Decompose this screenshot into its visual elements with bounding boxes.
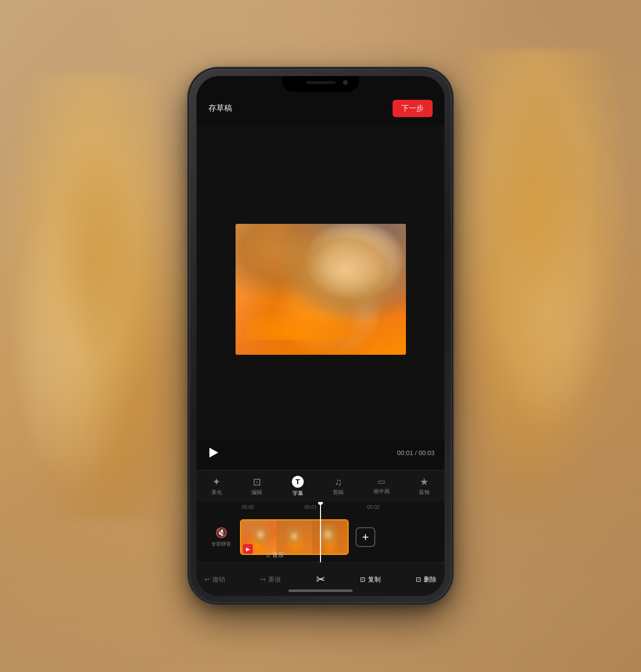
- video-preview-area: [197, 126, 444, 453]
- undo-icon: ↩: [204, 576, 210, 583]
- undo-button[interactable]: ↩ 撤销: [204, 575, 225, 584]
- tab-edit-label: 编辑: [251, 489, 262, 496]
- copy-label: 复制: [368, 575, 381, 584]
- ruler-mark-1: 00:01: [279, 504, 342, 510]
- tab-beautify-label: 美化: [211, 489, 222, 496]
- music-note-icon: ♫: [266, 552, 270, 559]
- add-icon: +: [362, 530, 369, 544]
- speaker: [306, 81, 335, 84]
- tab-text-label: 字幕: [292, 490, 303, 497]
- music-text: 音乐: [272, 551, 284, 559]
- video-frame: [236, 224, 406, 355]
- tab-audio[interactable]: ♫ 剪辑: [333, 477, 344, 496]
- music-label[interactable]: ♫ 音乐: [266, 551, 284, 559]
- playback-bar: 00:01 / 00:03: [197, 440, 444, 465]
- tool-tabs: ✦ 美化 ⊡ 编辑 T 字幕 ♫ 剪辑 ▭ 画中画: [197, 470, 444, 502]
- redo-label: 重做: [268, 575, 281, 584]
- playhead[interactable]: [320, 502, 321, 562]
- audio-icon: ♫: [335, 477, 342, 487]
- tab-beautify[interactable]: ✦ 美化: [211, 477, 222, 496]
- delete-button[interactable]: ⊡ 删除: [416, 575, 437, 584]
- mute-control[interactable]: 🔇 全部静音: [206, 527, 236, 547]
- copy-button[interactable]: ⊡ 复制: [360, 575, 381, 584]
- tab-effects[interactable]: ★ 装饰: [419, 477, 430, 496]
- delete-label: 删除: [424, 575, 437, 584]
- top-bar: 存草稿 下一步: [197, 96, 444, 121]
- tab-pip-label: 画中画: [373, 488, 390, 495]
- mute-label: 全部静音: [211, 541, 231, 547]
- save-draft-button[interactable]: 存草稿: [208, 103, 232, 114]
- thumb-1: ▶: [241, 520, 277, 555]
- copy-icon: ⊡: [360, 576, 365, 583]
- time-display: 00:01 / 00:03: [397, 449, 435, 457]
- video-strip[interactable]: ▶: [240, 519, 349, 555]
- effects-icon: ★: [420, 477, 429, 487]
- edit-icon: ⊡: [253, 477, 261, 487]
- tab-audio-label: 剪辑: [333, 489, 344, 496]
- add-clip-button[interactable]: +: [356, 527, 375, 547]
- video-content: [236, 224, 406, 355]
- notch: [282, 76, 359, 92]
- tab-pip[interactable]: ▭ 画中画: [373, 478, 390, 495]
- ruler-mark-0: 00:00: [216, 504, 279, 510]
- delete-icon: ⊡: [416, 576, 421, 583]
- tab-edit[interactable]: ⊡ 编辑: [251, 477, 262, 496]
- text-icon: T: [292, 476, 304, 488]
- pip-icon: ▭: [378, 478, 385, 486]
- phone-screen: 存草稿 下一步 00:01 / 00:03: [197, 76, 444, 596]
- play-button[interactable]: [206, 445, 221, 460]
- phone-device: 存草稿 下一步 00:01 / 00:03: [190, 69, 451, 603]
- beautify-icon: ✦: [212, 477, 221, 487]
- undo-label: 撤销: [212, 575, 225, 584]
- split-button[interactable]: ✂: [316, 573, 325, 586]
- tab-effects-label: 装饰: [419, 489, 430, 496]
- screen-content: 存草稿 下一步 00:01 / 00:03: [197, 76, 444, 596]
- ruler-mark-2: 00:02: [342, 504, 405, 510]
- thumb-2: [277, 520, 312, 555]
- redo-icon: ↪: [260, 576, 266, 583]
- home-indicator: [288, 589, 353, 592]
- redo-button[interactable]: ↪ 重做: [260, 575, 281, 584]
- thumb-app-icon: ▶: [243, 544, 253, 554]
- timeline-area[interactable]: 00:00 00:01 00:02 🔇 全部静音: [197, 502, 444, 562]
- tab-text[interactable]: T 字幕: [292, 476, 304, 497]
- scissors-icon: ✂: [316, 573, 325, 586]
- video-overlay: [245, 300, 396, 340]
- mute-icon: 🔇: [215, 527, 228, 539]
- power-button: [451, 203, 454, 247]
- next-step-button[interactable]: 下一步: [393, 100, 433, 117]
- play-icon: [209, 448, 218, 458]
- front-camera: [343, 80, 348, 85]
- thumb-3: [312, 520, 348, 555]
